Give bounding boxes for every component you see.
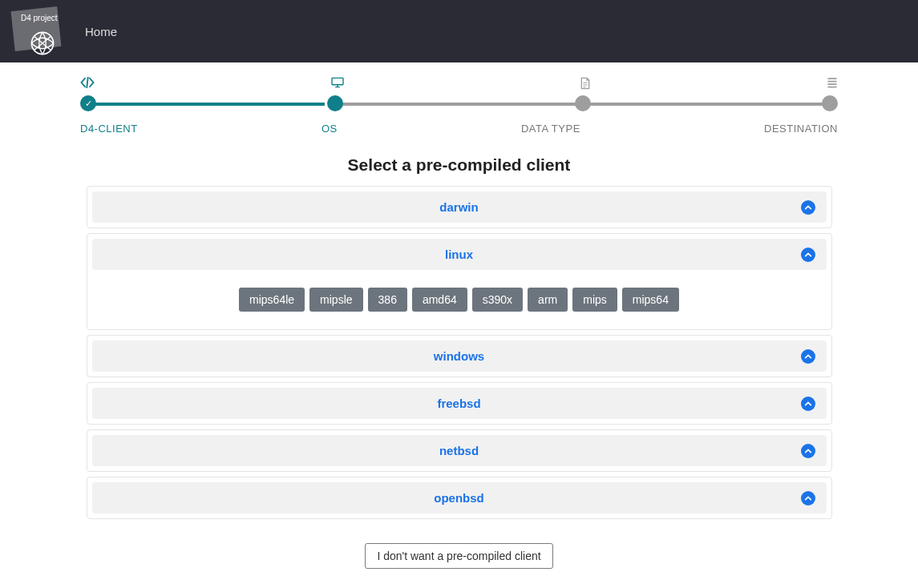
arch-chip-mips64le[interactable]: mips64le <box>239 288 305 312</box>
os-name: freebsd <box>437 397 480 410</box>
arch-chip-386[interactable]: 386 <box>368 288 407 312</box>
os-header-darwin[interactable]: darwin <box>92 191 827 223</box>
os-name: openbsd <box>434 491 484 505</box>
chevron-up-icon[interactable] <box>801 444 815 458</box>
os-card-darwin: darwin <box>87 186 832 228</box>
os-name: darwin <box>439 200 478 214</box>
step-label-4: DESTINATION <box>764 123 838 135</box>
brand-text: D4 project <box>21 14 58 22</box>
os-header-windows[interactable]: windows <box>92 340 827 372</box>
os-header-linux[interactable]: linux <box>92 239 827 270</box>
home-link[interactable]: Home <box>79 18 123 45</box>
page-title: Select a pre-compiled client <box>87 155 832 175</box>
os-card-linux: linuxmips64lemipsle386amd64s390xarmmipsm… <box>87 233 832 330</box>
globe-icon <box>29 30 56 57</box>
svg-rect-1 <box>332 78 343 84</box>
chevron-up-icon[interactable] <box>801 248 815 262</box>
arch-chip-amd64[interactable]: amd64 <box>412 288 467 312</box>
arch-chip-s390x[interactable]: s390x <box>472 288 523 312</box>
step-dot-4[interactable] <box>822 95 838 111</box>
os-card-windows: windows <box>87 335 832 377</box>
os-header-openbsd[interactable]: openbsd <box>92 482 827 513</box>
os-body-linux: mips64lemipsle386amd64s390xarmmipsmips64 <box>87 275 831 329</box>
os-card-openbsd: openbsd <box>87 477 832 519</box>
os-card-netbsd: netbsd <box>87 429 832 472</box>
arch-chip-mips[interactable]: mips <box>572 288 617 312</box>
chevron-up-icon[interactable] <box>801 349 815 364</box>
list-icon <box>827 77 838 92</box>
chevron-up-icon[interactable] <box>801 397 815 411</box>
stepper: ✓ D4-CLIENT OS DATA TYPE DESTINATION <box>0 62 918 141</box>
file-icon <box>580 77 591 92</box>
desktop-icon <box>330 77 345 92</box>
os-card-freebsd: freebsd <box>87 382 832 425</box>
os-name: linux <box>445 248 473 261</box>
brand[interactable]: D4 project <box>6 9 66 54</box>
step-label-1: D4-CLIENT <box>80 123 138 135</box>
code-icon <box>80 77 95 92</box>
navbar: D4 project Home <box>0 0 918 62</box>
chevron-up-icon[interactable] <box>801 200 815 215</box>
os-header-freebsd[interactable]: freebsd <box>92 388 827 419</box>
main-content: Select a pre-compiled client darwinlinux… <box>79 155 840 569</box>
step-label-3: DATA TYPE <box>521 123 580 135</box>
chevron-up-icon[interactable] <box>801 491 815 505</box>
os-name: netbsd <box>439 444 479 457</box>
step-label-2: OS <box>322 123 338 135</box>
os-header-netbsd[interactable]: netbsd <box>92 435 827 466</box>
skip-precompiled-button[interactable]: I don't want a pre-compiled client <box>365 543 552 569</box>
arch-chip-arm[interactable]: arm <box>528 288 568 312</box>
step-dot-1[interactable]: ✓ <box>80 95 96 111</box>
step-dot-2[interactable] <box>327 95 343 111</box>
os-name: windows <box>434 349 484 363</box>
arch-chip-mipsle[interactable]: mipsle <box>309 288 362 312</box>
arch-chip-mips64[interactable]: mips64 <box>622 288 679 312</box>
step-dot-3[interactable] <box>575 95 591 111</box>
